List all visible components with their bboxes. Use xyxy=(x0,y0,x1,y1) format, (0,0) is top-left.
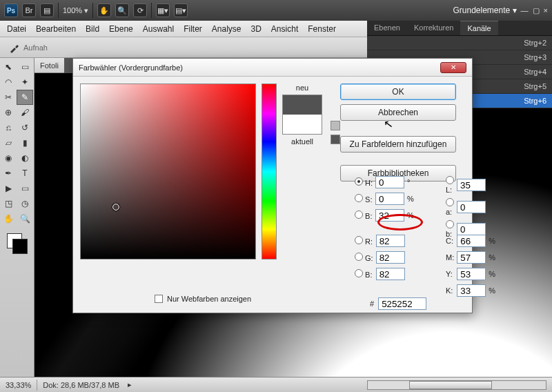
dialog-titlebar[interactable]: Farbwähler (Vordergrundfarbe) ✕ xyxy=(73,59,472,77)
radio-a[interactable] xyxy=(446,198,454,206)
label-g: G: xyxy=(365,254,373,262)
cancel-button[interactable]: Abbrechen xyxy=(340,104,456,121)
heal-tool[interactable]: ⊕ xyxy=(0,105,17,120)
type-tool[interactable]: T xyxy=(17,166,33,181)
status-doc-size[interactable]: Dok: 28,6 MB/37,8 MB xyxy=(43,381,119,389)
menu-auswahl[interactable]: Auswahl xyxy=(143,24,174,34)
background-color-swatch[interactable] xyxy=(12,239,28,254)
channel-shortcut: Strg+3 xyxy=(524,53,546,61)
menu-datei[interactable]: Datei xyxy=(7,24,26,34)
input-y[interactable] xyxy=(457,268,486,280)
status-zoom[interactable]: 33,33% xyxy=(6,381,31,389)
tab-kanaele[interactable]: Kanäle xyxy=(460,21,497,35)
input-h[interactable] xyxy=(375,176,404,188)
radio-lab-b[interactable] xyxy=(446,220,454,228)
menu-analyse[interactable]: Analyse xyxy=(212,24,241,34)
move-tool[interactable]: ⬉ xyxy=(0,59,17,75)
unit-deg: ° xyxy=(407,178,414,186)
lasso-tool[interactable]: ◠ xyxy=(0,75,17,90)
screen-mode-icon[interactable]: ▦▾ xyxy=(156,3,170,17)
color-handle[interactable] xyxy=(112,204,119,210)
gamut-warning-icon[interactable] xyxy=(331,121,340,130)
input-k[interactable] xyxy=(457,284,486,297)
hand-tool-icon[interactable]: ✋ xyxy=(97,3,111,17)
mini-bridge-icon[interactable]: ▤ xyxy=(40,3,54,17)
input-m[interactable] xyxy=(457,251,486,264)
menu-ebene[interactable]: Ebene xyxy=(109,24,133,34)
input-c[interactable] xyxy=(457,235,486,247)
hand-tool[interactable]: ✋ xyxy=(0,211,17,226)
crop-tool[interactable]: ✂ xyxy=(0,90,17,105)
marquee-tool[interactable]: ▭ xyxy=(17,59,33,75)
horizontal-scrollbar[interactable] xyxy=(367,380,546,390)
path-select-tool[interactable]: ▶ xyxy=(0,181,17,196)
radio-s[interactable] xyxy=(355,194,363,202)
gradient-tool[interactable]: ▮ xyxy=(17,135,33,150)
status-chevron-icon[interactable]: ▸ xyxy=(128,380,132,389)
dialog-close-button[interactable]: ✕ xyxy=(440,62,466,73)
eyedropper-icon[interactable] xyxy=(6,39,23,57)
zoom-tool-icon[interactable]: 🔍 xyxy=(115,3,129,17)
radio-b[interactable] xyxy=(355,210,363,219)
stamp-tool[interactable]: ⎌ xyxy=(0,120,17,135)
input-lab-b[interactable] xyxy=(457,223,486,235)
label-webonly: Nur Webfarben anzeigen xyxy=(167,295,251,303)
bridge-button[interactable]: Br xyxy=(22,3,36,17)
radio-l[interactable] xyxy=(446,176,454,184)
3d-tool[interactable]: ◳ xyxy=(0,196,17,211)
checkbox-webonly[interactable] xyxy=(155,295,163,303)
channel-row[interactable]: Strg+2 xyxy=(367,36,552,50)
window-maximize-button[interactable]: ▢ xyxy=(533,6,540,15)
zoom-dropdown[interactable]: 100% ▾ xyxy=(63,6,88,15)
rotate-view-icon[interactable]: ⟳ xyxy=(133,3,147,17)
eraser-tool[interactable]: ▱ xyxy=(0,135,17,150)
blur-tool[interactable]: ◉ xyxy=(0,150,17,166)
tab-ebenen[interactable]: Ebenen xyxy=(367,21,407,35)
menu-3d[interactable]: 3D xyxy=(251,24,262,34)
tools-panel: ⬉▭ ◠✦ ✂✎ ⊕🖌 ⎌↺ ▱▮ ◉◐ ✒T ▶▭ ◳◷ ✋🔍 xyxy=(0,58,34,377)
tab-korrekturen[interactable]: Korrekturen xyxy=(407,21,460,35)
eyedropper-tool[interactable]: ✎ xyxy=(17,90,33,105)
menu-bearbeiten[interactable]: Bearbeiten xyxy=(36,24,76,34)
label-h: H: xyxy=(365,179,373,187)
history-brush-tool[interactable]: ↺ xyxy=(17,120,33,135)
quick-select-tool[interactable]: ✦ xyxy=(17,75,33,90)
input-l[interactable] xyxy=(457,179,486,191)
input-hex[interactable] xyxy=(378,297,426,310)
label-neu: neu xyxy=(296,84,308,92)
label-b: B: xyxy=(365,212,372,220)
scrollbar-thumb[interactable] xyxy=(409,381,492,389)
menu-bild[interactable]: Bild xyxy=(86,24,99,34)
label-s: S: xyxy=(365,195,372,204)
hue-slider[interactable] xyxy=(262,84,277,259)
input-a[interactable] xyxy=(457,201,486,213)
radio-h[interactable] xyxy=(355,177,363,186)
input-g[interactable] xyxy=(376,251,405,264)
color-swatch-compare[interactable] xyxy=(282,95,322,135)
radio-g[interactable] xyxy=(355,253,363,261)
radio-r[interactable] xyxy=(355,236,363,244)
saturation-value-field[interactable] xyxy=(80,84,256,259)
arrange-icon[interactable]: ▤▾ xyxy=(174,3,188,17)
workspace-switcher[interactable]: Grundelemente ▾ xyxy=(453,6,517,15)
pen-tool[interactable]: ✒ xyxy=(0,166,17,181)
document-tab-bar: Fotoli xyxy=(34,58,64,73)
input-r[interactable] xyxy=(376,235,405,247)
input-s[interactable] xyxy=(375,193,404,205)
window-close-button[interactable]: × xyxy=(544,6,548,14)
shape-tool[interactable]: ▭ xyxy=(17,181,33,196)
label-rgb-b: B: xyxy=(365,271,372,279)
window-minimize-button[interactable]: — xyxy=(521,6,529,14)
menu-filter[interactable]: Filter xyxy=(184,24,202,34)
add-to-swatches-button[interactable]: Zu Farbfeldern hinzufügen xyxy=(340,136,456,153)
camera-tool[interactable]: ◷ xyxy=(17,196,33,211)
websafe-warning-icon[interactable] xyxy=(331,135,340,144)
dodge-tool[interactable]: ◐ xyxy=(17,150,33,166)
menu-ansicht[interactable]: Ansicht xyxy=(271,24,298,34)
radio-rgb-b[interactable] xyxy=(355,269,363,277)
input-rgb-b[interactable] xyxy=(376,268,405,280)
zoom-tool[interactable]: 🔍 xyxy=(17,211,33,226)
menu-fenster[interactable]: Fenster xyxy=(308,24,336,34)
ok-button[interactable]: OK xyxy=(340,84,456,100)
brush-tool[interactable]: 🖌 xyxy=(17,105,33,120)
